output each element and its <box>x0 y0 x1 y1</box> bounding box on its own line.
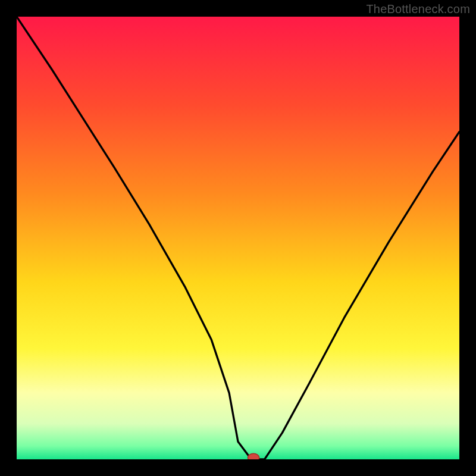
bottleneck-chart <box>17 17 459 459</box>
optimum-marker <box>248 453 259 459</box>
watermark-text: TheBottleneck.com <box>366 2 470 16</box>
chart-frame: TheBottleneck.com <box>0 0 476 476</box>
chart-svg <box>17 17 459 459</box>
chart-background <box>17 17 459 459</box>
